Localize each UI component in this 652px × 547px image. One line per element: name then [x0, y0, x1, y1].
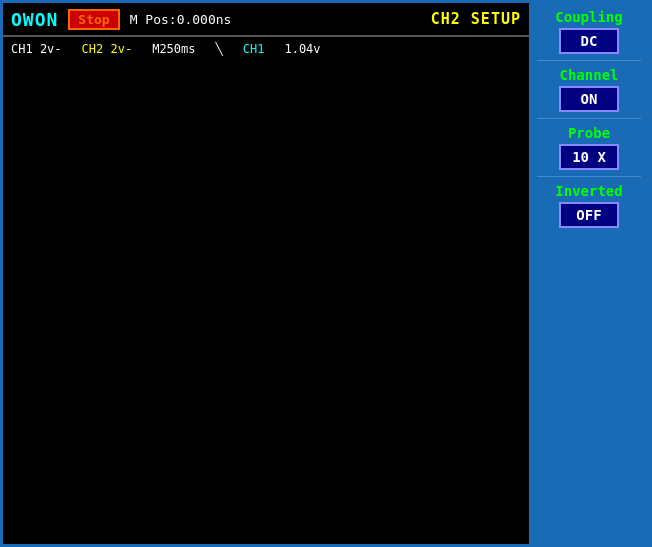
trigger-arrow: ╲	[216, 42, 223, 56]
ch2-setup-label: CH2 SETUP	[431, 10, 521, 28]
probe-section: Probe 10 X	[537, 125, 641, 170]
coupling-value[interactable]: DC	[559, 28, 619, 54]
inner-container: OWON Stop M Pos:0.000ns CH2 SETUP	[3, 3, 649, 544]
outer-border: OWON Stop M Pos:0.000ns CH2 SETUP	[0, 0, 652, 547]
top-bar: OWON Stop M Pos:0.000ns CH2 SETUP	[3, 3, 529, 35]
trigger-ch: CH1	[243, 42, 265, 56]
inverted-label: Inverted	[555, 183, 622, 199]
divider-3	[537, 176, 641, 177]
ch1-info: CH1 2v-	[11, 42, 62, 56]
coupling-label: Coupling	[555, 9, 622, 25]
bottom-bar: CH1 2v- CH2 2v- M250ms ╲ CH1 1.04v	[3, 37, 529, 61]
inverted-value[interactable]: OFF	[559, 202, 619, 228]
time-info: M250ms	[152, 42, 195, 56]
channel-section: Channel ON	[537, 67, 641, 112]
ch2-info: CH2 2v-	[82, 42, 133, 56]
probe-label: Probe	[568, 125, 610, 141]
m-pos-label: M Pos:0.000ns	[130, 12, 232, 27]
scope-screen: OWON Stop M Pos:0.000ns CH2 SETUP	[3, 3, 529, 544]
probe-value[interactable]: 10 X	[559, 144, 619, 170]
measure-value: 1.04v	[284, 42, 320, 56]
divider-1	[537, 60, 641, 61]
right-panel: Coupling DC Channel ON Probe 10 X Invert…	[529, 3, 649, 544]
inverted-section: Inverted OFF	[537, 183, 641, 228]
main-area: OWON Stop M Pos:0.000ns CH2 SETUP	[3, 3, 649, 544]
channel-value[interactable]: ON	[559, 86, 619, 112]
coupling-section: Coupling DC	[537, 9, 641, 54]
stop-badge: Stop	[68, 9, 119, 30]
brand-label: OWON	[11, 9, 58, 30]
divider-2	[537, 118, 641, 119]
channel-label: Channel	[559, 67, 618, 83]
